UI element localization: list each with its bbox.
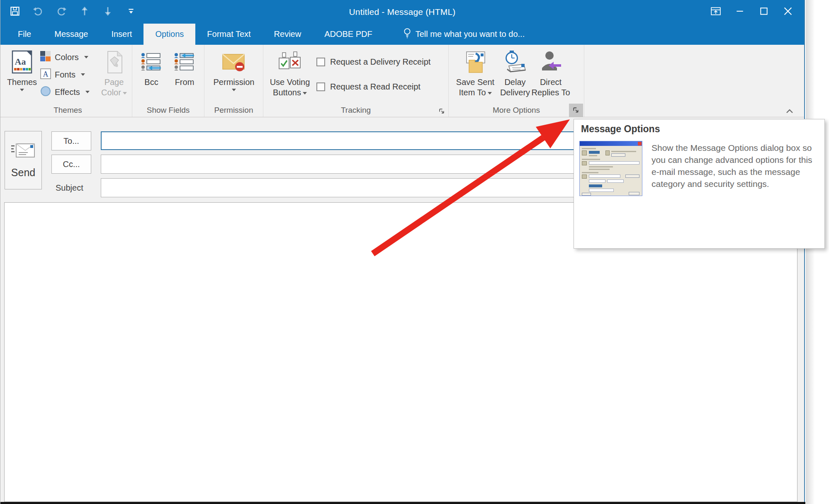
screentip-title: Message Options: [581, 124, 660, 135]
permission-icon: [221, 47, 246, 77]
ribbon: Aa Themes Colors A: [0, 45, 804, 117]
direct-replies-label-line1: Direct: [540, 77, 562, 87]
delay-label-line1: Delay: [504, 77, 525, 87]
tab-options[interactable]: Options: [143, 24, 195, 45]
delay-delivery-button[interactable]: Delay Delivery: [498, 47, 532, 98]
send-icon: [10, 142, 36, 161]
maximize-button[interactable]: [752, 0, 776, 24]
request-read-receipt-option[interactable]: Request a Read Receipt: [316, 82, 421, 92]
tell-me-label: Tell me what you want to do...: [416, 29, 525, 39]
effects-icon: [40, 86, 51, 98]
permission-label: Permission: [214, 77, 255, 87]
bcc-button[interactable]: Bcc: [138, 47, 165, 87]
save-sent-label-line2: Item To: [459, 87, 491, 98]
tab-message[interactable]: Message: [43, 24, 100, 45]
colors-button[interactable]: Colors: [40, 50, 88, 64]
dropdown-arrow-icon: [20, 89, 24, 91]
from-label: From: [175, 77, 194, 87]
page-color-icon: [104, 47, 124, 77]
close-icon: [783, 6, 793, 18]
group-permission: Permission Permission: [204, 45, 263, 117]
voting-buttons-icon: [278, 47, 302, 77]
voting-label-line2: Buttons: [273, 87, 307, 98]
dropdown-arrow-icon: [123, 92, 127, 94]
message-options-screentip: Message Options Show the: [574, 119, 825, 249]
fonts-label: Fonts: [55, 70, 75, 80]
page-color-label-line2: Color: [101, 87, 127, 98]
group-tracking: Use Voting Buttons Request a Delivery Re…: [263, 45, 449, 117]
themes-group-label: Themes: [4, 106, 132, 115]
save-sent-item-icon: [463, 47, 487, 77]
cc-button[interactable]: Cc...: [51, 155, 91, 174]
collapse-ribbon-button[interactable]: [784, 107, 795, 116]
themes-button[interactable]: Aa Themes: [7, 47, 37, 91]
read-receipt-label: Request a Read Receipt: [330, 82, 421, 92]
dropdown-arrow-icon: [84, 56, 88, 58]
dropdown-arrow-icon: [85, 91, 90, 93]
use-voting-buttons-button[interactable]: Use Voting Buttons: [268, 47, 311, 98]
show-fields-group-label: Show Fields: [132, 106, 204, 115]
delay-label-line2: Delivery: [500, 87, 530, 98]
colors-icon: [40, 51, 51, 63]
screentip-description: Show the Message Options dialog box so y…: [652, 142, 819, 190]
direct-replies-icon: [540, 47, 562, 77]
delay-delivery-icon: [503, 47, 527, 77]
title-bar: Untitled - Message (HTML): [0, 0, 804, 24]
tab-review[interactable]: Review: [263, 24, 313, 45]
svg-text:Aa: Aa: [15, 56, 26, 67]
ribbon-tab-bar: File Message Insert Options Format Text …: [0, 24, 804, 45]
read-receipt-checkbox[interactable]: [316, 82, 325, 91]
ribbon-display-options-icon: [710, 6, 721, 18]
maximize-icon: [759, 7, 768, 17]
bcc-label: Bcc: [144, 77, 158, 87]
dropdown-arrow-icon: [488, 92, 492, 94]
effects-button[interactable]: Effects: [40, 85, 90, 99]
themes-label: Themes: [7, 77, 37, 87]
bottom-edge-bar: [0, 502, 805, 504]
dropdown-arrow-icon: [232, 89, 236, 91]
tab-file[interactable]: File: [6, 24, 43, 45]
subject-label: Subject: [56, 178, 83, 197]
fonts-icon: A: [40, 68, 51, 81]
outlook-message-window: Untitled - Message (HTML): [0, 0, 829, 504]
ribbon-display-options-button[interactable]: [704, 0, 728, 24]
to-button[interactable]: To...: [51, 131, 91, 150]
delivery-receipt-checkbox[interactable]: [316, 58, 325, 66]
page-color-label-line1: Page: [105, 77, 124, 87]
svg-text:A: A: [43, 70, 49, 78]
tab-format-text[interactable]: Format Text: [195, 24, 262, 45]
tab-adobe-pdf[interactable]: ADOBE PDF: [313, 24, 384, 45]
group-show-fields: Bcc From: [132, 45, 204, 117]
lightbulb-icon: [403, 27, 411, 41]
permission-group-label: Permission: [204, 106, 263, 115]
effects-label: Effects: [55, 87, 80, 97]
window-title: Untitled - Message (HTML): [0, 0, 804, 24]
close-button[interactable]: [776, 0, 800, 24]
request-delivery-receipt-option[interactable]: Request a Delivery Receipt: [316, 57, 430, 67]
from-icon: [174, 47, 195, 77]
tell-me-box[interactable]: Tell me what you want to do...: [396, 24, 532, 45]
send-button[interactable]: Send: [5, 131, 42, 189]
minimize-icon: [735, 7, 744, 17]
chevron-up-icon: [785, 109, 794, 114]
save-sent-item-to-button[interactable]: Save Sent Item To: [454, 47, 497, 98]
page-color-button[interactable]: Page Color: [98, 47, 130, 98]
dropdown-arrow-icon: [303, 92, 307, 94]
themes-icon: Aa: [11, 47, 33, 77]
direct-replies-to-button[interactable]: Direct Replies To: [531, 47, 571, 98]
delivery-receipt-label: Request a Delivery Receipt: [330, 57, 430, 67]
window-shadow: [806, 0, 815, 504]
send-label: Send: [11, 167, 35, 179]
colors-label: Colors: [55, 53, 79, 62]
voting-label-line1: Use Voting: [270, 77, 310, 87]
permission-button[interactable]: Permission: [211, 47, 257, 91]
tab-insert[interactable]: Insert: [100, 24, 143, 45]
from-button[interactable]: From: [170, 47, 199, 87]
red-annotation-arrow: [352, 111, 593, 264]
fonts-button[interactable]: A Fonts: [40, 68, 85, 82]
bcc-icon: [141, 47, 162, 77]
window-controls: [704, 0, 800, 24]
group-more-options: Save Sent Item To: [449, 45, 584, 117]
save-sent-label-line1: Save Sent: [456, 77, 494, 87]
minimize-button[interactable]: [728, 0, 752, 24]
